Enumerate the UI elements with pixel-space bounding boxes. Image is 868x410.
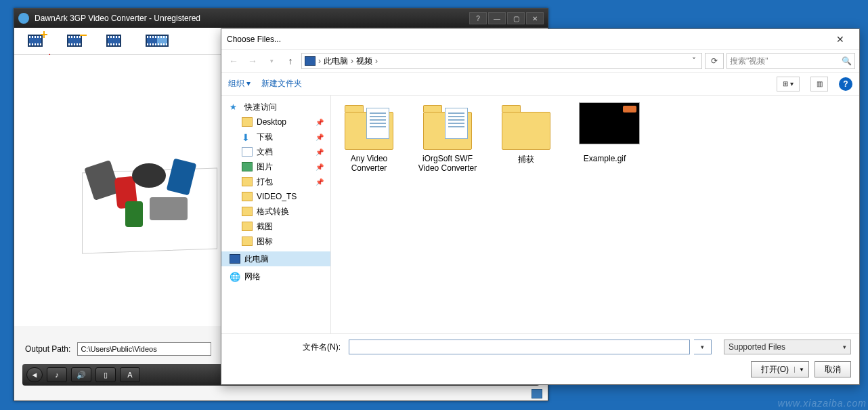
volume-icon[interactable]: 🔊: [71, 367, 91, 382]
dialog-title: Choose Files...: [227, 35, 281, 44]
tree-this-pc[interactable]: 此电脑: [221, 251, 330, 266]
star-icon: ★: [230, 102, 240, 112]
output-path-input[interactable]: [77, 342, 211, 356]
app-icon: [18, 13, 29, 24]
help-icon[interactable]: ?: [839, 77, 852, 91]
nav-up-icon[interactable]: ↑: [282, 53, 299, 69]
breadcrumb-videos[interactable]: 视频: [356, 56, 372, 67]
remove-file-button[interactable]: [66, 33, 85, 49]
file-label: iOrgSoft SWF Video Converter: [415, 154, 480, 173]
breadcrumb-root-icon: [305, 56, 316, 66]
nav-tree[interactable]: ★ 快速访问 Desktop📌⬇下载📌文档📌图片📌打包📌VIDEO_TS格式转换…: [221, 96, 331, 333]
tree-item[interactable]: 截图: [221, 219, 330, 234]
close-button[interactable]: ✕: [526, 12, 544, 24]
pc-icon: [230, 254, 240, 264]
nav-recent-icon[interactable]: ▾: [263, 53, 280, 69]
app-title: DawnArk 3GP Video Converter - Unregister…: [35, 14, 200, 23]
pin-icon: 📌: [316, 148, 324, 156]
status-strip: [14, 387, 548, 401]
organize-menu[interactable]: 组织 ▾: [228, 78, 251, 89]
chevron-right-icon: ›: [351, 56, 353, 66]
tree-network[interactable]: 🌐 网络: [221, 269, 330, 284]
tree-item[interactable]: 文档📌: [221, 144, 330, 159]
gif-thumbnail: [579, 102, 640, 144]
tree-quick-access[interactable]: ★ 快速访问: [221, 100, 330, 115]
picture-icon: [242, 162, 253, 171]
search-placeholder: 搜索"视频": [730, 56, 768, 67]
refresh-icon[interactable]: ⟳: [705, 53, 724, 69]
status-icon[interactable]: [531, 389, 542, 398]
file-item[interactable]: 捕获: [494, 102, 559, 165]
dialog-titlebar[interactable]: Choose Files... ✕: [221, 29, 859, 49]
breadcrumb-dropdown[interactable]: ˅: [689, 56, 699, 66]
tree-item[interactable]: VIDEO_TS: [221, 189, 330, 204]
breadcrumb[interactable]: › 此电脑 › 视频 › ˅: [301, 53, 702, 69]
tree-item[interactable]: ⬇下载📌: [221, 129, 330, 144]
back-icon[interactable]: ◄: [26, 367, 43, 382]
clear-list-button[interactable]: [105, 33, 124, 49]
pin-icon: 📌: [316, 134, 324, 141]
pin-icon: 📌: [316, 119, 324, 126]
folder-icon: [242, 207, 253, 216]
view-mode-button[interactable]: ⊞ ▾: [777, 77, 800, 91]
maximize-button[interactable]: ▢: [507, 12, 525, 24]
file-label: 捕获: [494, 154, 559, 165]
search-input[interactable]: 搜索"视频" 🔍: [726, 53, 855, 69]
add-file-button[interactable]: [26, 33, 45, 49]
open-button[interactable]: 打开(O)▼: [751, 361, 809, 377]
dialog-nav: ← → ▾ ↑ › 此电脑 › 视频 › ˅ ⟳ 搜索"视频" 🔍: [221, 49, 859, 73]
file-label: Example.gif: [572, 154, 637, 163]
watermark: www.xiazaiba.com: [778, 398, 867, 409]
folder-icon: [242, 192, 253, 201]
file-list[interactable]: Any Video ConverteriOrgSoft SWF Video Co…: [331, 96, 859, 333]
nav-back-icon[interactable]: ←: [225, 53, 242, 69]
tree-item[interactable]: 格式转换: [221, 204, 330, 219]
folder-icon: [242, 177, 253, 186]
file-label: Any Video Converter: [337, 154, 402, 173]
search-icon: 🔍: [842, 56, 852, 66]
filename-dropdown[interactable]: ▾: [694, 340, 712, 354]
file-item[interactable]: Example.gif: [572, 102, 637, 163]
dialog-command-bar: 组织 ▾ 新建文件夹 ⊞ ▾ ▥ ?: [221, 73, 859, 96]
folder-icon: [242, 117, 253, 127]
file-item[interactable]: Any Video Converter: [337, 102, 402, 173]
pin-icon: 📌: [316, 163, 324, 171]
tree-item[interactable]: 图标: [221, 234, 330, 249]
filename-input[interactable]: [349, 340, 690, 354]
breadcrumb-pc[interactable]: 此电脑: [324, 56, 348, 67]
folder-icon: [343, 102, 395, 150]
chevron-right-icon: ›: [318, 56, 321, 66]
folder-icon: [500, 102, 552, 150]
minimize-button[interactable]: —: [488, 12, 506, 24]
file-item[interactable]: iOrgSoft SWF Video Converter: [415, 102, 480, 173]
filename-label: 文件名(N):: [230, 342, 345, 353]
file-dialog: Choose Files... ✕ ← → ▾ ↑ › 此电脑 › 视频 › ˅…: [221, 28, 860, 385]
pin-icon: 📌: [316, 178, 324, 186]
device-icon[interactable]: ▯: [95, 367, 116, 382]
titlebar[interactable]: DawnArk 3GP Video Converter - Unregister…: [14, 9, 548, 28]
help-button[interactable]: ?: [469, 12, 487, 24]
cancel-button[interactable]: 取消: [815, 361, 851, 377]
download-icon: ⬇: [242, 132, 253, 142]
tree-item[interactable]: 图片📌: [221, 159, 330, 174]
devices-illustration: [82, 150, 224, 251]
chevron-right-icon: ›: [375, 56, 378, 66]
dialog-footer: 文件名(N): ▾ Supported Files▾ 打开(O)▼ 取消: [221, 333, 859, 384]
nav-forward-icon[interactable]: →: [244, 53, 261, 69]
network-icon: 🌐: [230, 272, 240, 281]
document-icon: [242, 147, 253, 157]
folder-icon: [422, 102, 473, 150]
settings-button[interactable]: [144, 33, 163, 49]
tree-item[interactable]: 打包📌: [221, 174, 330, 189]
text-icon[interactable]: A: [120, 367, 140, 382]
preview-pane-button[interactable]: ▥: [810, 77, 828, 91]
tree-item[interactable]: Desktop📌: [221, 115, 330, 129]
audio-icon[interactable]: ♪: [47, 367, 67, 382]
dialog-close-button[interactable]: ✕: [827, 31, 854, 47]
folder-icon: [242, 222, 253, 231]
new-folder-button[interactable]: 新建文件夹: [261, 78, 302, 89]
output-path-label: Output Path:: [25, 344, 70, 354]
folder-icon: [242, 237, 253, 246]
filetype-filter[interactable]: Supported Files▾: [724, 340, 851, 354]
